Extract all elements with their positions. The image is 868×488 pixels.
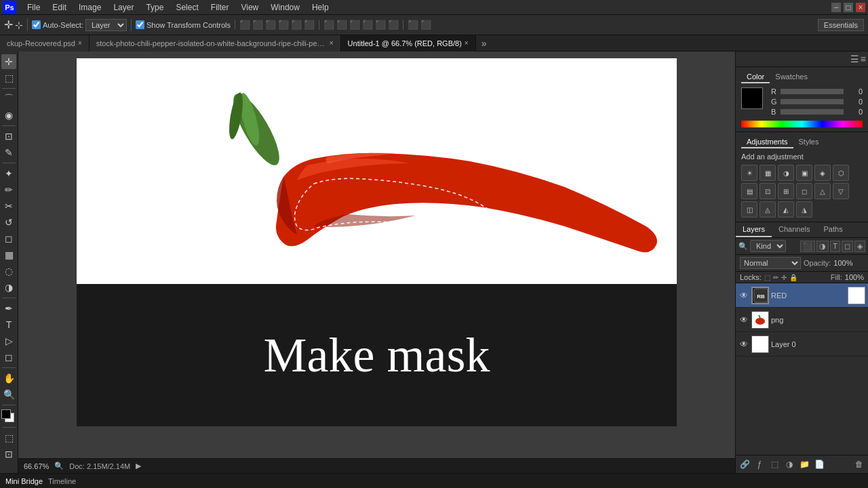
curves-btn[interactable]: ◑: [778, 165, 794, 181]
doc-info-arrow[interactable]: ▶: [136, 462, 141, 470]
menu-select[interactable]: Select: [170, 1, 203, 14]
hsl-btn[interactable]: ⬡: [833, 165, 849, 181]
layer-row-red[interactable]: 👁 RB RED: [736, 283, 868, 308]
posterize-btn[interactable]: ◫: [741, 201, 757, 218]
levels-btn[interactable]: ▦: [760, 165, 776, 181]
distribute-top-btn[interactable]: ⬛: [362, 20, 373, 30]
distribute-right-btn[interactable]: ⬛: [349, 20, 360, 30]
pen-tool[interactable]: ✒: [1, 301, 16, 316]
path-selection-tool[interactable]: ▷: [1, 333, 16, 348]
menu-filter[interactable]: Filter: [205, 1, 235, 14]
layers-tab-channels[interactable]: Channels: [772, 222, 816, 237]
canvas-wrapper[interactable]: Make mask: [18, 52, 735, 458]
align-right-btn[interactable]: ⬛: [265, 20, 276, 30]
add-mask-btn[interactable]: ⬚: [768, 458, 781, 470]
color-preview-swatch[interactable]: [741, 87, 763, 109]
color-tab-color[interactable]: Color: [741, 71, 770, 83]
gradient-map-btn[interactable]: ◭: [778, 201, 794, 218]
lock-transparency-icon[interactable]: ⬚: [764, 274, 770, 281]
layer-visibility-red[interactable]: 👁: [738, 290, 749, 301]
timeline-tab[interactable]: Timeline: [48, 477, 76, 485]
essentials-button[interactable]: Essentials: [818, 19, 864, 31]
g-bar-bg[interactable]: [781, 99, 844, 104]
tab-untitled-close[interactable]: ×: [465, 39, 469, 47]
zoom-icon[interactable]: 🔍: [54, 462, 64, 470]
panel-icon-1[interactable]: ☰: [850, 54, 859, 64]
adjust-layer-filter[interactable]: ◑: [816, 241, 829, 252]
new-group-btn[interactable]: 📁: [798, 458, 810, 470]
mini-bridge-tab[interactable]: Mini Bridge: [5, 477, 43, 485]
foreground-color[interactable]: [1, 409, 11, 419]
layer-row-png[interactable]: 👁 png: [736, 308, 868, 332]
color-balance-btn[interactable]: ▤: [741, 183, 757, 199]
dodge-tool[interactable]: ◑: [1, 280, 16, 295]
marquee-tool[interactable]: ⬚: [1, 70, 16, 85]
menu-image[interactable]: Image: [73, 1, 106, 14]
layer-mask-red[interactable]: [848, 287, 865, 304]
color-tab-swatches[interactable]: Swatches: [770, 71, 813, 83]
brightness-contrast-btn[interactable]: ☀: [741, 165, 757, 181]
menu-window[interactable]: Window: [265, 1, 305, 14]
tab-backup[interactable]: ckup-Recovered.psd ×: [0, 35, 90, 52]
gradient-tool[interactable]: ▦: [1, 247, 16, 262]
distribute-center-btn[interactable]: ⬛: [336, 20, 347, 30]
history-brush-tool[interactable]: ↺: [1, 215, 16, 230]
new-fill-adj-btn[interactable]: ◑: [783, 458, 795, 470]
menu-layer[interactable]: Layer: [108, 1, 139, 14]
eraser-tool[interactable]: ◻: [1, 231, 16, 246]
clone-stamp-tool[interactable]: ✂: [1, 199, 16, 214]
new-layer-btn[interactable]: 📄: [813, 458, 825, 470]
menu-file[interactable]: File: [22, 1, 45, 14]
threshold-btn[interactable]: ◬: [760, 201, 776, 218]
layer-visibility-png[interactable]: 👁: [738, 314, 749, 325]
bw-btn[interactable]: ⊡: [760, 183, 776, 199]
selective-color-btn[interactable]: ◮: [796, 201, 812, 218]
vibrance-btn[interactable]: ◈: [814, 165, 831, 181]
screen-mode[interactable]: ⊡: [1, 447, 16, 462]
lock-all-icon[interactable]: 🔒: [789, 274, 797, 281]
menu-type[interactable]: Type: [140, 1, 169, 14]
exposure-btn[interactable]: ▣: [796, 165, 812, 181]
brush-tool[interactable]: ✏: [1, 182, 16, 197]
align-middle-btn[interactable]: ⬛: [291, 20, 302, 30]
menu-edit[interactable]: Edit: [47, 1, 72, 14]
eyedropper-tool[interactable]: ✎: [1, 145, 16, 160]
photo-filter-btn[interactable]: ⊞: [778, 183, 794, 199]
channel-mixer-btn[interactable]: ◻: [796, 183, 812, 199]
panel-icon-2[interactable]: ≡: [861, 54, 866, 64]
add-style-btn[interactable]: ƒ: [753, 458, 766, 470]
auto-align-btn[interactable]: ⬛: [408, 20, 418, 30]
blend-mode-dropdown[interactable]: Normal: [740, 257, 801, 269]
lasso-tool[interactable]: ⌒: [1, 92, 16, 106]
tab-chili-jpeg[interactable]: stock-photo-chili-pepper-isolated-on-whi…: [90, 35, 341, 52]
distribute-bottom-btn[interactable]: ⬛: [388, 20, 399, 30]
auto-select-dropdown[interactable]: Layer Group: [85, 19, 127, 31]
shape-layer-filter[interactable]: ◻: [842, 241, 853, 252]
adj-tab-adjustments[interactable]: Adjustments: [741, 136, 793, 148]
hand-tool[interactable]: ✋: [1, 371, 16, 386]
lock-position-icon[interactable]: ✛: [781, 274, 787, 281]
align-top-btn[interactable]: ⬛: [278, 20, 289, 30]
align-center-btn[interactable]: ⬛: [252, 20, 263, 30]
blur-tool[interactable]: ◌: [1, 264, 16, 279]
link-layers-btn[interactable]: 🔗: [738, 458, 751, 470]
show-transform-checkbox[interactable]: [136, 20, 144, 29]
delete-layer-btn[interactable]: 🗑: [853, 458, 865, 470]
tab-chili-close[interactable]: ×: [330, 39, 334, 47]
distribute-left-btn[interactable]: ⬛: [323, 20, 334, 30]
crop-tool[interactable]: ⊡: [1, 129, 16, 144]
smartobj-layer-filter[interactable]: ◈: [854, 241, 865, 252]
lock-pixels-icon[interactable]: ✏: [773, 274, 778, 281]
minimize-button[interactable]: −: [831, 3, 841, 12]
close-button[interactable]: ×: [856, 3, 865, 12]
maximize-button[interactable]: □: [844, 3, 853, 12]
move-tool[interactable]: ✛: [1, 54, 16, 69]
healing-brush-tool[interactable]: ✦: [1, 166, 16, 181]
menu-view[interactable]: View: [235, 1, 264, 14]
tabs-overflow-btn[interactable]: »: [476, 38, 492, 49]
color-lookup-btn[interactable]: △: [814, 183, 831, 199]
layers-tab-paths[interactable]: Paths: [817, 222, 850, 237]
type-tool[interactable]: T: [1, 317, 16, 332]
quick-mask-mode[interactable]: ⬚: [1, 430, 16, 445]
color-spectrum[interactable]: [741, 121, 863, 127]
